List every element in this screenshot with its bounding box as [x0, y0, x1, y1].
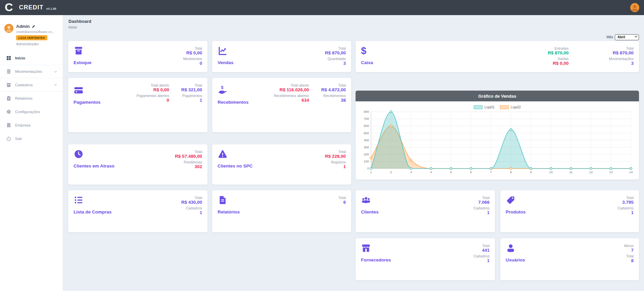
- sales-chart-card: Gráfico de Vendas Loja01 Loja02 01002003…: [356, 91, 639, 180]
- person-icon: [630, 3, 639, 12]
- person-icon: [4, 24, 13, 33]
- card-lista-compras[interactable]: Lista de Compras Total R$ 430,00 Cadastr…: [68, 190, 208, 232]
- stat-value: 38: [321, 98, 346, 103]
- chart-legend: Loja01 Loja02: [356, 105, 639, 109]
- card-caixa[interactable]: $ Caixa Entradas R$ 870,00 Saídas R$ 0,0…: [356, 41, 639, 72]
- stat-value: 8: [624, 258, 634, 263]
- stat-value: 3: [325, 61, 346, 66]
- stat-value: R$ 0,00: [137, 87, 169, 93]
- sidebar-item-label: Início: [15, 56, 25, 60]
- app-version: v0.1.88: [46, 7, 56, 10]
- card-pagamentos[interactable]: Pagamentos Total aberto R$ 0,00 Pagament…: [68, 78, 208, 132]
- stat-label: Total: [325, 150, 346, 154]
- pencil-icon[interactable]: [32, 25, 36, 29]
- archive-icon: [6, 82, 11, 88]
- stat-value: R$ 870,00: [609, 50, 634, 56]
- stat-value: R$ 4.872,00: [321, 87, 346, 93]
- document-icon: [218, 195, 228, 205]
- person-icon: [506, 243, 516, 253]
- card-produtos[interactable]: Produtos Total 3.795 Cadastros 1: [500, 190, 639, 232]
- card-stats: Total R$ 228,00 Registros 1: [325, 149, 346, 169]
- svg-text:200: 200: [364, 152, 369, 156]
- month-select[interactable]: Abril: [615, 34, 639, 40]
- stat-label: Recebimentos abertos: [274, 94, 309, 98]
- stat-label: Registros: [325, 160, 346, 164]
- app-name: CREDIT: [19, 4, 44, 11]
- stat-value: 3.795: [617, 200, 634, 205]
- user-role: Administrador: [16, 42, 58, 46]
- clock-icon: [74, 149, 84, 159]
- card-recebimentos[interactable]: $ Recebimentos Total aberto R$ 116.026,0…: [212, 78, 351, 132]
- card-clientes-spc[interactable]: Clientes no SPC Total R$ 228,00 Registro…: [212, 144, 351, 185]
- svg-text:6: 6: [470, 170, 472, 174]
- sidebar-item-label: Movimentações: [15, 69, 42, 74]
- svg-text:2: 2: [390, 170, 392, 174]
- user-avatar-icon[interactable]: [630, 3, 639, 12]
- card-usuarios[interactable]: Usuários Ativos 7 Total 8: [500, 238, 639, 280]
- sidebar-item-empresa[interactable]: Empresa: [0, 118, 63, 132]
- card-stats: Total 441 Cadastros 1: [473, 243, 490, 263]
- card-relatorios[interactable]: Relatórios Total 6: [212, 190, 351, 232]
- card-title: Clientes em Atraso: [74, 163, 114, 168]
- sidebar-item-inicio[interactable]: Início: [0, 51, 63, 65]
- card-stats: Total R$ 57.480,00 Pendências 302: [175, 149, 202, 169]
- stat-value: 7: [624, 248, 634, 253]
- card-title: Lista de Compras: [74, 209, 111, 214]
- stat-label: Total: [473, 244, 490, 248]
- list-icon: [74, 195, 84, 205]
- svg-text:100: 100: [364, 159, 369, 163]
- legend-label: Loja02: [511, 105, 521, 109]
- sidebar-item-label: Relatórios: [15, 96, 33, 100]
- chart-line-icon: [218, 46, 228, 56]
- stat-label: Entradas: [548, 46, 568, 50]
- user-email: credit@anronsoftware.co...: [16, 30, 58, 34]
- card-estoque[interactable]: Estoque Total R$ 0,00 Movimentos 0: [68, 41, 208, 72]
- stat-label: Total: [321, 83, 346, 87]
- stat-value: R$ 57.480,00: [175, 154, 202, 159]
- card-title: Clientes no SPC: [218, 163, 252, 168]
- card-clientes-atraso[interactable]: Clientes em Atraso Total R$ 57.480,00 Pe…: [68, 144, 208, 185]
- stat-value: R$ 430,00: [181, 200, 202, 205]
- stat-label: Cadastros: [473, 206, 490, 210]
- stat-value: 1: [617, 210, 634, 215]
- stat-value: 1: [181, 210, 202, 215]
- sidebar-item-relatorios[interactable]: Relatórios: [0, 92, 63, 105]
- stat-label: Total: [617, 196, 634, 200]
- card-stats: Total R$ 430,00 Cadastros 1: [181, 195, 202, 215]
- legend-item-loja02[interactable]: Loja02: [500, 105, 521, 109]
- stat-label: Total aberto: [137, 83, 169, 87]
- card-stats: Total aberto R$ 116.026,00 Recebimentos …: [274, 82, 346, 103]
- card-title: Clientes: [361, 209, 379, 214]
- sidebar-item-label: Sair: [15, 137, 22, 141]
- svg-text:300: 300: [364, 145, 369, 149]
- card-clientes[interactable]: Clientes Total 7.066 Cadastros 1: [356, 190, 495, 232]
- legend-swatch: [500, 105, 509, 109]
- chevron-down-icon: [54, 70, 57, 74]
- sidebar-menu: Início Movimentações Cada: [0, 51, 63, 145]
- sidebar-item-movimentacoes[interactable]: Movimentações: [0, 65, 63, 78]
- store-icon: [361, 243, 371, 253]
- stat-value: 1: [325, 164, 346, 169]
- avatar[interactable]: [4, 24, 13, 33]
- store-badge: LOJA VERTENTES: [16, 35, 47, 40]
- stat-label: Total: [338, 196, 346, 200]
- chart-title: Gráfico de Vendas: [356, 91, 639, 101]
- card-stats: Ativos 7 Total 8: [624, 243, 634, 263]
- stat-value: R$ 321,00: [181, 87, 202, 93]
- card-stats: Total 3.795 Cadastros 1: [617, 195, 634, 215]
- power-icon: [6, 136, 11, 141]
- svg-text:400: 400: [364, 138, 369, 142]
- card-vendas[interactable]: Vendas Total R$ 870,00 Quantidade 3: [212, 41, 351, 72]
- stat-label: Total: [325, 46, 346, 50]
- legend-item-loja01[interactable]: Loja01: [474, 105, 495, 109]
- svg-text:1: 1: [370, 170, 372, 174]
- svg-text:700: 700: [364, 117, 369, 120]
- sidebar-item-sair[interactable]: Sair: [0, 132, 63, 145]
- sidebar-item-cadastros[interactable]: Cadastros: [0, 78, 63, 92]
- stat-label: Cadastros: [473, 254, 490, 258]
- sidebar-item-label: Empresa: [15, 123, 31, 127]
- card-fornecedores[interactable]: Fornecedores Total 441 Cadastros 1: [356, 238, 495, 280]
- sidebar-item-configuracoes[interactable]: Configurações: [0, 105, 63, 118]
- stat-label: Total: [473, 196, 490, 200]
- stat-label: Total: [181, 83, 202, 87]
